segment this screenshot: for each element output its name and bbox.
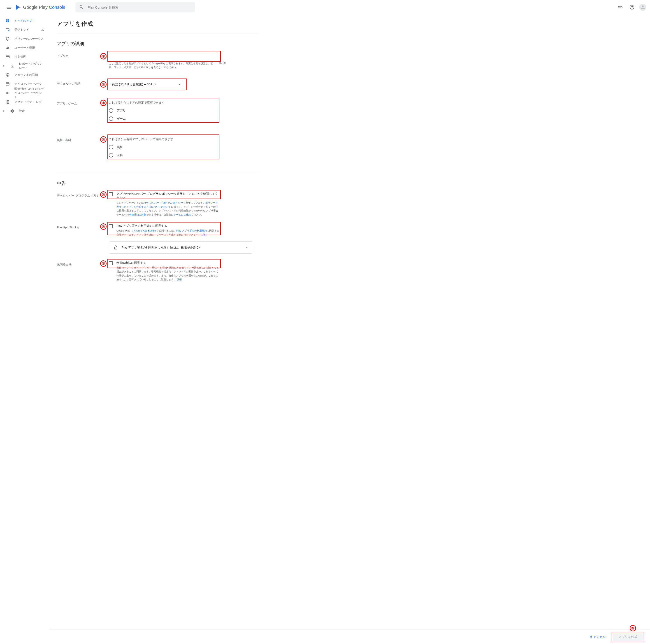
search-box[interactable] <box>75 2 195 12</box>
label-free-paid: 無料 / 有料 <box>57 136 109 162</box>
sidebar-item-label: 受信トレイ <box>14 28 37 32</box>
linked-icon <box>5 91 10 95</box>
apps-icon <box>5 18 10 23</box>
section-title-details: アプリの詳細 <box>57 41 259 47</box>
sidebar-item-reports[interactable]: レポートのダウンロード <box>0 62 50 70</box>
svg-rect-4 <box>6 56 9 58</box>
link-signing-terms[interactable]: Play アプリ署名の利用規約 <box>176 229 207 232</box>
shield-icon <box>5 37 10 41</box>
sidebar-item-inbox[interactable]: 受信トレイ 30 <box>0 25 50 34</box>
checkbox-label-us-export: 米国輸出法に同意する <box>116 261 219 265</box>
label-app-game: アプリ / ゲーム <box>57 100 109 125</box>
radio-icon <box>109 153 113 157</box>
inbox-icon <box>5 28 10 32</box>
checkbox-label-dev-policy: アプリがデベロッパー プログラム ポリシーを遵守していることを確認してください <box>116 192 219 200</box>
row-app-game: アプリ / ゲーム ④ これは後からストアの設定で変更できます アプリ ゲーム <box>57 100 259 125</box>
svg-rect-8 <box>6 83 9 85</box>
svg-point-7 <box>7 74 8 75</box>
radio-icon <box>109 145 113 149</box>
log-icon <box>5 100 10 104</box>
checkbox-us-export[interactable] <box>109 261 113 265</box>
char-count: 0 / 50 <box>219 62 226 64</box>
link-aab[interactable]: Android App Bundle <box>134 229 156 232</box>
permission-panel[interactable]: Play アプリ署名の利用規約に同意するには、権限が必要です <box>109 241 253 254</box>
radio-game[interactable]: ゲーム <box>109 116 219 121</box>
row-dev-policy: デベロッパー プログラム ポリシー ⑥ アプリがデベロッパー プログラム ポリシ… <box>57 192 259 217</box>
header: Google Play Console <box>0 0 650 14</box>
download-icon <box>10 64 14 68</box>
page-icon <box>5 82 10 86</box>
app-name-input[interactable] <box>109 52 217 60</box>
sidebar-item-label: すべてのアプリ <box>14 19 44 23</box>
checkbox-desc-us-export: 自作のソフトウェア アプリが、居住する地域や国籍にかかわらず、米国輸出法の対象と… <box>116 266 219 281</box>
svg-point-2 <box>7 47 8 48</box>
sidebar-item-badge: 30 <box>41 28 44 31</box>
checkbox-label-app-signing: Play アプリ署名の利用規約に同意する <box>116 224 219 228</box>
gear-icon <box>10 109 14 113</box>
link-signing-more[interactable]: 詳細 <box>202 233 207 236</box>
sidebar-item-label: アクティビティ ログ <box>14 100 44 104</box>
radio-icon <box>109 116 113 121</box>
main-content: アプリを作成 アプリの詳細 アプリ名 ② ここで設定した名前がアプリ名として G… <box>50 14 266 315</box>
row-free-paid: 無料 / 有料 ⑤ これは後から有料アプリのページで編集できます 無料 有料 <box>57 136 259 162</box>
helper-app-name: ここで設定した名前がアプリ名として Google Play に表示されます。簡潔… <box>109 62 217 69</box>
radio-paid[interactable]: 有料 <box>109 153 219 157</box>
radio-app[interactable]: アプリ <box>109 108 219 113</box>
section-title-declarations: 申告 <box>57 180 259 186</box>
label-app-name: アプリ名 <box>57 52 109 69</box>
chevron-right-icon <box>3 65 5 67</box>
sidebar-item-label: アカウントの詳細 <box>14 73 44 77</box>
sidebar-item-account[interactable]: アカウントの詳細 <box>0 70 50 79</box>
sidebar-item-users[interactable]: ユーザーと権限 <box>0 43 50 52</box>
sidebar-item-label: 関連付けられているデベロッパー アカウント <box>14 87 44 99</box>
account-icon <box>5 73 10 77</box>
search-icon <box>79 5 84 10</box>
sidebar: すべてのアプリ 受信トレイ 30 ポリシーのステータス ユーザーと権限 注文管理… <box>0 14 50 315</box>
row-default-lang: デフォルトの言語 ③ 英語 (アメリカ合衆国) – en-US <box>57 80 259 89</box>
link-advance-notice[interactable]: 事前通知の対象 <box>129 213 146 216</box>
sidebar-item-linked[interactable]: 関連付けられているデベロッパー アカウント <box>0 88 50 98</box>
sidebar-item-label: ポリシーのステータス <box>14 37 44 41</box>
help-button[interactable] <box>627 3 637 12</box>
sidebar-item-label: 注文管理 <box>14 55 44 59</box>
sidebar-item-label: 設定 <box>19 109 44 113</box>
checkbox-app-signing[interactable] <box>109 224 113 228</box>
search-input[interactable] <box>87 5 191 9</box>
label-app-signing: Play App Signing <box>57 224 109 254</box>
chevron-right-icon <box>3 110 5 112</box>
checkbox-desc-app-signing: Google Play で Android App Bundle を公開するには… <box>116 229 219 237</box>
checkbox-desc-dev-policy: このアプリケーションは デベロッパー プログラム ポリシーを遵守しています。ポリ… <box>116 201 219 217</box>
chevron-down-icon <box>178 84 180 85</box>
row-app-signing: Play App Signing ⑦ Play アプリ署名の利用規約に同意する … <box>57 224 259 254</box>
sidebar-item-all-apps[interactable]: すべてのアプリ <box>0 16 50 25</box>
svg-point-1 <box>8 30 9 31</box>
users-icon <box>5 46 10 50</box>
label-dev-policy: デベロッパー プログラム ポリシー <box>57 192 109 217</box>
link-contact-team[interactable]: チームにご連絡 <box>174 213 191 216</box>
sidebar-item-label: デベロッパー ページ <box>14 82 44 86</box>
link-export-more[interactable]: 詳細 <box>177 278 182 281</box>
lock-icon <box>113 245 118 250</box>
permission-panel-text: Play アプリ署名の利用規約に同意するには、権限が必要です <box>122 245 242 250</box>
menu-icon <box>6 4 12 10</box>
page-title: アプリを作成 <box>57 20 259 28</box>
logo[interactable]: Google Play Console <box>15 4 66 11</box>
row-us-export: 米国輸出法 ⑧ 米国輸出法に同意する 自作のソフトウェア アプリが、居住する地域… <box>57 261 259 281</box>
card-icon <box>5 54 10 59</box>
sidebar-item-policy[interactable]: ポリシーのステータス <box>0 34 50 43</box>
menu-button[interactable] <box>4 2 14 13</box>
svg-point-3 <box>8 47 9 48</box>
sidebar-item-label: ユーザーと権限 <box>14 46 44 50</box>
link-button[interactable] <box>616 3 625 12</box>
avatar[interactable] <box>639 4 646 11</box>
sidebar-item-orders[interactable]: 注文管理 <box>0 52 50 62</box>
chevron-down-icon <box>245 246 249 249</box>
hint-app-game: これは後からストアの設定で変更できます <box>109 101 219 105</box>
radio-free[interactable]: 無料 <box>109 145 219 149</box>
checkbox-dev-policy[interactable] <box>109 192 113 196</box>
logo-text: Google Play Console <box>23 5 66 10</box>
person-icon <box>640 4 646 10</box>
sidebar-item-settings[interactable]: 設定 <box>0 107 50 116</box>
default-lang-select[interactable]: 英語 (アメリカ合衆国) – en-US <box>109 80 183 89</box>
link-dev-policy[interactable]: デベロッパー プログラム ポリシー <box>144 201 183 204</box>
